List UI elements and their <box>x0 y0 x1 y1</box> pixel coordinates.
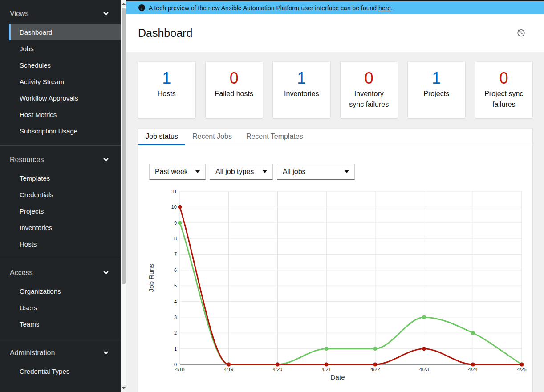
caret-down-icon <box>345 170 349 173</box>
svg-text:4/22: 4/22 <box>370 367 380 372</box>
nav-group-title: Administration <box>10 349 55 357</box>
sidebar-item-credentials[interactable]: Credentials <box>9 186 121 203</box>
select-value: Past week <box>155 168 188 176</box>
nav-group-title: Resources <box>10 156 44 164</box>
nav-items: DashboardJobsSchedulesActivity StreamWor… <box>9 24 121 139</box>
history-icon <box>516 28 526 38</box>
svg-text:2: 2 <box>174 330 177 335</box>
page-header: Dashboard <box>126 14 544 52</box>
svg-text:4/25: 4/25 <box>517 367 526 372</box>
chart-filters: Past weekAll job typesAll jobs <box>149 164 532 180</box>
nav-group-header-administration[interactable]: Administration <box>0 347 121 359</box>
summary-card-project-sync-failures: 0Project sync failures <box>475 62 533 118</box>
card-value-link[interactable]: 1 <box>162 69 171 87</box>
sidebar-item-activity-stream[interactable]: Activity Stream <box>9 73 121 90</box>
nav-group-header-views[interactable]: Views <box>0 8 121 20</box>
sidebar-item-organizations[interactable]: Organizations <box>9 283 121 299</box>
card-label: Project sync failures <box>482 89 527 110</box>
summary-card-failed-hosts: 0Failed hosts <box>206 62 263 118</box>
card-label: Failed hosts <box>212 89 257 99</box>
svg-text:Date: Date <box>330 373 345 381</box>
scrollbar-up-button[interactable] <box>121 0 126 7</box>
dashboard-content: 1Hosts0Failed hosts1Inventories0Inventor… <box>126 52 544 392</box>
job-status-chart: 4/184/194/204/214/224/234/244/2501234567… <box>138 186 532 384</box>
nav-items: OrganizationsUsersTeams <box>9 283 121 332</box>
summary-card-inventories: 1Inventories <box>273 62 330 118</box>
nav-group-administration: AdministrationCredential Types <box>0 339 121 386</box>
chevron-down-icon <box>103 11 109 17</box>
tab-job-status[interactable]: Job status <box>138 129 185 145</box>
nav-items: Credential Types <box>9 363 121 380</box>
sidebar-item-schedules[interactable]: Schedules <box>9 57 121 73</box>
nav-group-views: ViewsDashboardJobsSchedulesActivity Stre… <box>0 0 121 145</box>
nav-group-resources: ResourcesTemplatesCredentialsProjectsInv… <box>0 145 121 259</box>
card-value-link[interactable]: 0 <box>230 69 239 87</box>
svg-text:7: 7 <box>174 251 177 257</box>
svg-text:11: 11 <box>172 189 177 194</box>
scrollbar-down-button[interactable] <box>121 385 126 391</box>
job-select[interactable]: All jobs <box>277 164 355 180</box>
line-chart-svg: 4/184/194/204/214/224/234/244/2501234567… <box>138 186 532 384</box>
banner-period: . <box>391 4 393 12</box>
nav-group-access: AccessOrganizationsUsersTeams <box>0 259 121 339</box>
info-circle-icon: i <box>138 4 145 11</box>
svg-text:4/23: 4/23 <box>419 367 429 372</box>
card-label: Inventories <box>279 89 324 99</box>
sidebar-item-dashboard[interactable]: Dashboard <box>9 24 121 40</box>
sidebar-item-workflow-approvals[interactable]: Workflow Approvals <box>9 90 121 106</box>
sidebar-item-jobs[interactable]: Jobs <box>9 40 121 57</box>
sidebar-item-inventories[interactable]: Inventories <box>9 219 121 236</box>
sidebar-item-users[interactable]: Users <box>9 299 121 316</box>
sidebar-item-teams[interactable]: Teams <box>9 316 121 332</box>
summary-card-projects: 1Projects <box>408 62 465 118</box>
sidebar-item-host-metrics[interactable]: Host Metrics <box>9 106 121 123</box>
caret-down-icon <box>195 170 200 173</box>
tab-recent-templates[interactable]: Recent Templates <box>239 129 310 145</box>
svg-text:6: 6 <box>174 267 177 273</box>
nav-group-header-access[interactable]: Access <box>0 267 121 279</box>
card-label: Inventory sync failures <box>347 89 392 110</box>
svg-text:8: 8 <box>174 236 177 241</box>
card-value-link[interactable]: 1 <box>297 69 306 87</box>
card-value-link[interactable]: 0 <box>365 69 373 87</box>
caret-down-icon <box>263 170 267 173</box>
card-value-link[interactable]: 1 <box>432 69 441 87</box>
sidebar: ViewsDashboardJobsSchedulesActivity Stre… <box>0 0 121 392</box>
sidebar-item-subscription-usage[interactable]: Subscription Usage <box>9 123 121 139</box>
period-select[interactable]: Past week <box>149 164 206 180</box>
svg-text:0: 0 <box>174 362 177 367</box>
page-title: Dashboard <box>138 27 192 40</box>
svg-text:4/18: 4/18 <box>175 367 184 372</box>
svg-text:5: 5 <box>174 283 177 288</box>
summary-card-hosts: 1Hosts <box>138 62 195 118</box>
banner-here-link[interactable]: here <box>378 4 391 12</box>
card-label: Hosts <box>144 89 189 99</box>
sidebar-item-templates[interactable]: Templates <box>9 170 121 186</box>
sidebar-scrollbar[interactable] <box>121 0 126 392</box>
chevron-down-icon <box>103 157 109 163</box>
svg-text:Job Runs: Job Runs <box>147 264 155 292</box>
sidebar-item-projects[interactable]: Projects <box>9 203 121 219</box>
select-value: All job types <box>215 168 254 176</box>
chevron-down-icon <box>103 350 109 356</box>
card-value-link[interactable]: 0 <box>499 69 508 87</box>
banner-text: A tech preview of the new Ansible Automa… <box>149 4 377 12</box>
sidebar-scrollbar-thumb[interactable] <box>122 8 126 284</box>
select-value: All jobs <box>283 168 306 176</box>
sidebar-item-hosts[interactable]: Hosts <box>9 236 121 252</box>
main-area: i A tech preview of the new Ansible Auto… <box>126 0 544 392</box>
job-status-panel: Job statusRecent JobsRecent Templates Pa… <box>138 129 532 392</box>
app-root: ViewsDashboardJobsSchedulesActivity Stre… <box>0 0 544 392</box>
nav-group-title: Views <box>10 10 28 18</box>
svg-text:9: 9 <box>174 220 177 226</box>
job-type-select[interactable]: All job types <box>210 164 273 180</box>
sidebar-item-credential-types[interactable]: Credential Types <box>9 363 121 380</box>
arrow-up-icon <box>122 3 126 5</box>
history-button[interactable] <box>516 28 526 38</box>
svg-text:4/19: 4/19 <box>224 367 233 372</box>
tab-recent-jobs[interactable]: Recent Jobs <box>185 129 239 145</box>
nav-group-header-resources[interactable]: Resources <box>0 154 121 166</box>
tech-preview-banner: i A tech preview of the new Ansible Auto… <box>126 1 544 14</box>
summary-cards: 1Hosts0Failed hosts1Inventories0Inventor… <box>138 62 532 118</box>
panel-tabs: Job statusRecent JobsRecent Templates <box>138 129 532 145</box>
